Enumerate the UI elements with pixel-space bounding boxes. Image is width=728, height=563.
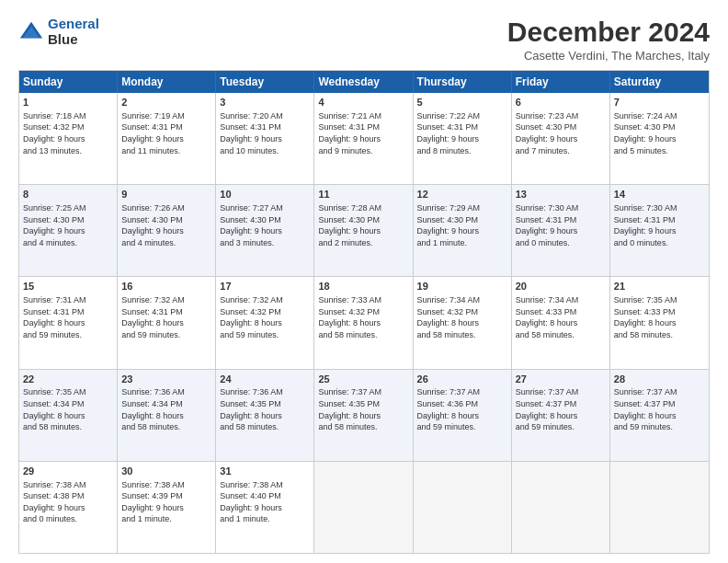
cell-info: Sunrise: 7:32 AM Sunset: 4:31 PM Dayligh… [121,294,211,340]
calendar-cell: 5Sunrise: 7:22 AM Sunset: 4:31 PM Daylig… [414,93,512,184]
calendar-cell: 12Sunrise: 7:29 AM Sunset: 4:30 PM Dayli… [414,185,512,276]
cell-info: Sunrise: 7:30 AM Sunset: 4:31 PM Dayligh… [614,202,705,248]
day-number: 8 [23,188,113,201]
page: General Blue December 2024 Casette Verdi… [0,0,728,563]
header-day-friday: Friday [512,71,610,93]
cell-info: Sunrise: 7:37 AM Sunset: 4:37 PM Dayligh… [614,386,705,432]
logo-text: General Blue [48,17,99,47]
calendar-cell: 26Sunrise: 7:37 AM Sunset: 4:36 PM Dayli… [414,370,512,461]
calendar-cell: 17Sunrise: 7:32 AM Sunset: 4:32 PM Dayli… [216,277,314,368]
cell-info: Sunrise: 7:38 AM Sunset: 4:40 PM Dayligh… [220,479,310,525]
logo: General Blue [18,17,99,47]
cell-info: Sunrise: 7:37 AM Sunset: 4:37 PM Dayligh… [516,386,606,432]
header-day-thursday: Thursday [414,71,512,93]
header-day-saturday: Saturday [610,71,709,93]
day-number: 2 [121,96,211,109]
cell-info: Sunrise: 7:34 AM Sunset: 4:33 PM Dayligh… [516,294,606,340]
calendar-week-5: 29Sunrise: 7:38 AM Sunset: 4:38 PM Dayli… [19,462,709,553]
day-number: 19 [417,280,507,293]
cell-info: Sunrise: 7:36 AM Sunset: 4:34 PM Dayligh… [121,386,211,432]
cell-info: Sunrise: 7:18 AM Sunset: 4:32 PM Dayligh… [23,110,113,156]
calendar-cell: 6Sunrise: 7:23 AM Sunset: 4:30 PM Daylig… [512,93,610,184]
day-number: 26 [417,373,507,386]
calendar-cell [414,462,512,553]
calendar-cell: 2Sunrise: 7:19 AM Sunset: 4:31 PM Daylig… [118,93,216,184]
cell-info: Sunrise: 7:25 AM Sunset: 4:30 PM Dayligh… [23,202,113,248]
calendar-cell: 4Sunrise: 7:21 AM Sunset: 4:31 PM Daylig… [314,93,413,184]
day-number: 14 [614,188,705,201]
calendar-cell: 10Sunrise: 7:27 AM Sunset: 4:30 PM Dayli… [216,185,314,276]
cell-info: Sunrise: 7:29 AM Sunset: 4:30 PM Dayligh… [417,202,507,248]
calendar-cell: 23Sunrise: 7:36 AM Sunset: 4:34 PM Dayli… [118,370,216,461]
day-number: 1 [23,96,113,109]
calendar-week-1: 1Sunrise: 7:18 AM Sunset: 4:32 PM Daylig… [19,93,709,185]
calendar-cell: 22Sunrise: 7:35 AM Sunset: 4:34 PM Dayli… [19,370,118,461]
day-number: 16 [121,280,211,293]
cell-info: Sunrise: 7:30 AM Sunset: 4:31 PM Dayligh… [516,202,606,248]
calendar-cell: 27Sunrise: 7:37 AM Sunset: 4:37 PM Dayli… [512,370,610,461]
day-number: 20 [516,280,606,293]
day-number: 9 [121,188,211,201]
calendar-cell: 1Sunrise: 7:18 AM Sunset: 4:32 PM Daylig… [19,93,118,184]
day-number: 28 [614,373,705,386]
day-number: 12 [417,188,507,201]
day-number: 18 [318,280,408,293]
calendar-cell: 20Sunrise: 7:34 AM Sunset: 4:33 PM Dayli… [512,277,610,368]
cell-info: Sunrise: 7:19 AM Sunset: 4:31 PM Dayligh… [121,110,211,156]
title-block: December 2024 Casette Verdini, The March… [507,17,710,63]
day-number: 24 [220,373,310,386]
cell-info: Sunrise: 7:33 AM Sunset: 4:32 PM Dayligh… [318,294,408,340]
calendar-cell: 13Sunrise: 7:30 AM Sunset: 4:31 PM Dayli… [512,185,610,276]
cell-info: Sunrise: 7:34 AM Sunset: 4:32 PM Dayligh… [417,294,507,340]
calendar-cell: 24Sunrise: 7:36 AM Sunset: 4:35 PM Dayli… [216,370,314,461]
calendar-cell [512,462,610,553]
calendar-cell: 30Sunrise: 7:38 AM Sunset: 4:39 PM Dayli… [118,462,216,553]
calendar-cell: 25Sunrise: 7:37 AM Sunset: 4:35 PM Dayli… [314,370,413,461]
day-number: 25 [318,373,408,386]
header: General Blue December 2024 Casette Verdi… [18,17,710,63]
calendar-cell: 14Sunrise: 7:30 AM Sunset: 4:31 PM Dayli… [610,185,709,276]
cell-info: Sunrise: 7:27 AM Sunset: 4:30 PM Dayligh… [220,202,310,248]
day-number: 3 [220,96,310,109]
header-day-tuesday: Tuesday [216,71,314,93]
day-number: 27 [516,373,606,386]
day-number: 22 [23,373,113,386]
calendar: SundayMondayTuesdayWednesdayThursdayFrid… [18,70,710,554]
cell-info: Sunrise: 7:28 AM Sunset: 4:30 PM Dayligh… [318,202,408,248]
cell-info: Sunrise: 7:21 AM Sunset: 4:31 PM Dayligh… [318,110,408,156]
day-number: 30 [121,465,211,478]
cell-info: Sunrise: 7:24 AM Sunset: 4:30 PM Dayligh… [614,110,705,156]
calendar-cell: 31Sunrise: 7:38 AM Sunset: 4:40 PM Dayli… [216,462,314,553]
calendar-cell: 8Sunrise: 7:25 AM Sunset: 4:30 PM Daylig… [19,185,118,276]
day-number: 17 [220,280,310,293]
day-number: 11 [318,188,408,201]
calendar-body: 1Sunrise: 7:18 AM Sunset: 4:32 PM Daylig… [19,93,709,553]
day-number: 21 [614,280,705,293]
day-number: 5 [417,96,507,109]
calendar-cell: 9Sunrise: 7:26 AM Sunset: 4:30 PM Daylig… [118,185,216,276]
cell-info: Sunrise: 7:31 AM Sunset: 4:31 PM Dayligh… [23,294,113,340]
calendar-week-3: 15Sunrise: 7:31 AM Sunset: 4:31 PM Dayli… [19,277,709,369]
calendar-cell: 18Sunrise: 7:33 AM Sunset: 4:32 PM Dayli… [314,277,413,368]
cell-info: Sunrise: 7:20 AM Sunset: 4:31 PM Dayligh… [220,110,310,156]
cell-info: Sunrise: 7:37 AM Sunset: 4:36 PM Dayligh… [417,386,507,432]
cell-info: Sunrise: 7:38 AM Sunset: 4:38 PM Dayligh… [23,479,113,525]
logo-icon [18,19,44,45]
header-day-sunday: Sunday [19,71,118,93]
cell-info: Sunrise: 7:38 AM Sunset: 4:39 PM Dayligh… [121,479,211,525]
header-day-wednesday: Wednesday [314,71,413,93]
cell-info: Sunrise: 7:32 AM Sunset: 4:32 PM Dayligh… [220,294,310,340]
day-number: 7 [614,96,705,109]
cell-info: Sunrise: 7:22 AM Sunset: 4:31 PM Dayligh… [417,110,507,156]
calendar-cell: 19Sunrise: 7:34 AM Sunset: 4:32 PM Dayli… [414,277,512,368]
cell-info: Sunrise: 7:26 AM Sunset: 4:30 PM Dayligh… [121,202,211,248]
day-number: 23 [121,373,211,386]
cell-info: Sunrise: 7:35 AM Sunset: 4:33 PM Dayligh… [614,294,705,340]
day-number: 13 [516,188,606,201]
header-day-monday: Monday [118,71,216,93]
calendar-cell: 15Sunrise: 7:31 AM Sunset: 4:31 PM Dayli… [19,277,118,368]
calendar-cell [314,462,413,553]
calendar-week-4: 22Sunrise: 7:35 AM Sunset: 4:34 PM Dayli… [19,370,709,462]
calendar-cell: 28Sunrise: 7:37 AM Sunset: 4:37 PM Dayli… [610,370,709,461]
cell-info: Sunrise: 7:36 AM Sunset: 4:35 PM Dayligh… [220,386,310,432]
